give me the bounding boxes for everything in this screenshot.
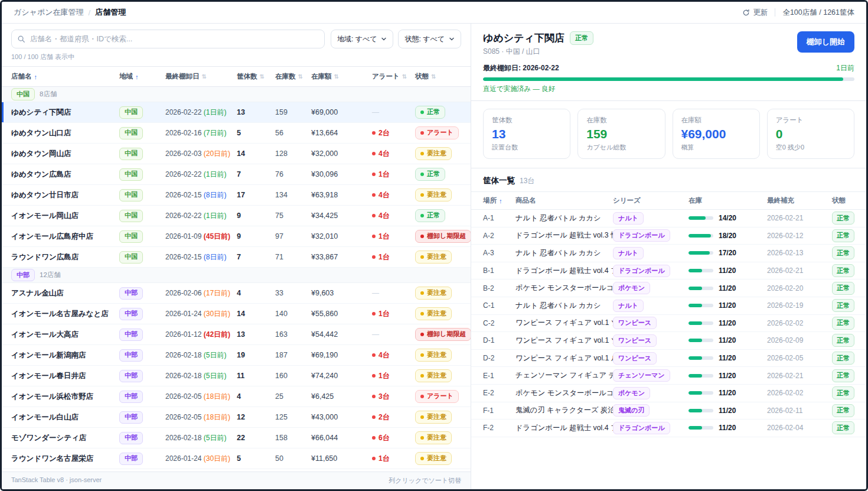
sort-toggle-icon: ⇅: [260, 73, 265, 80]
machine-row[interactable]: C-1ナルト 忍者バトル カカシナルト11/202026-02-19正常: [471, 297, 866, 315]
stock-label: 11/20: [719, 372, 736, 380]
machine-row[interactable]: D-2ワンピース フィギュア vol.1 ルフィワンピース11/202026-0…: [471, 350, 866, 368]
series-badge: ドラゴンボール: [613, 422, 670, 434]
store-stock-value-cell: ¥30,096: [311, 170, 372, 178]
store-stock-count-cell: 76: [275, 170, 311, 178]
store-last-inventory-cell: 2026-01-09 (45日前): [165, 232, 237, 241]
store-region-cell: 中国: [119, 188, 165, 201]
store-row[interactable]: モゾワンダーシティ店中部2026-02-18 (5日前)22158¥66,044…: [2, 428, 471, 448]
machine-row[interactable]: F-1鬼滅の刃 キャラクターズ 炭治郎鬼滅の刃11/202026-02-11正常: [471, 402, 866, 420]
store-row[interactable]: ゆめタウン広島店中国2026-02-22 (1日前)776¥30,0961台正常: [2, 164, 471, 185]
store-row[interactable]: ゆめタウン岡山店中国2026-02-03 (20日前)14128¥32,0004…: [2, 144, 471, 164]
store-column-header-1[interactable]: 地域↑: [119, 67, 165, 86]
machine-row[interactable]: E-1チェンソーマン フィギュア デンジチェンソーマン11/202026-02-…: [471, 367, 866, 385]
store-row[interactable]: ゆめタウン廿日市店中国2026-02-15 (8日前)17134¥63,9184…: [2, 185, 471, 206]
breadcrumb-root[interactable]: ガシャポン在庫管理: [14, 7, 84, 18]
store-row[interactable]: イオンモール新潟南店中部2026-02-18 (5日前)19187¥69,190…: [2, 345, 471, 366]
stock-bar-fill: [688, 339, 702, 342]
status-dot-icon: [420, 110, 424, 114]
machine-row[interactable]: A-3ナルト 忍者バトル カカシナルト17/202026-02-13正常: [471, 245, 866, 262]
store-row[interactable]: ゆめタウン山口店中国2026-02-16 (7日前)556¥13,6642台アラ…: [2, 123, 471, 144]
stock-bar: [688, 304, 713, 307]
status-label: 棚卸し期限超: [427, 330, 466, 339]
store-row[interactable]: イオンモール名古屋みなと店中部2026-01-24 (30日前)14140¥55…: [2, 304, 471, 324]
store-row[interactable]: イオンモール春日井店中部2026-02-18 (5日前)11160¥74,240…: [2, 366, 471, 386]
machine-row[interactable]: B-2ポケモン モンスターボールコレ...ポケモン11/202026-02-20…: [471, 279, 866, 297]
store-alert-cell: 6台: [372, 433, 415, 443]
machine-column-label: シリーズ: [613, 196, 641, 205]
machine-series-cell: ドラゴンボール: [613, 265, 688, 277]
status-dot-icon: [420, 436, 424, 440]
start-inventory-button[interactable]: 棚卸し開始: [797, 31, 854, 53]
machine-row[interactable]: A-2ドラゴンボール 超戦士 vol.3 悟空ドラゴンボール18/202026-…: [471, 227, 866, 245]
machine-column-header-3[interactable]: 在庫: [688, 192, 767, 209]
machine-series-cell: ナルト: [613, 300, 688, 312]
store-row[interactable]: ラウンドワン広島店中国2026-02-15 (8日前)771¥33,8671台要…: [2, 247, 471, 268]
status-filter-select[interactable]: 状態: すべて: [398, 30, 461, 48]
machine-column-header-4[interactable]: 最終補充: [767, 192, 832, 209]
stat-sub-label: 空0 残少0: [776, 143, 846, 152]
store-column-header-7[interactable]: 状態⇅: [415, 67, 461, 86]
main-content: 地域: すべて状態: すべて 100 / 100 店舗 表示中 店舗名↑地域↑最…: [2, 24, 866, 489]
store-row[interactable]: ゆめシティ下関店中国2026-02-22 (1日前)13159¥69,000—正…: [2, 102, 471, 123]
machine-status-badge: 正常: [832, 229, 854, 242]
store-column-header-5[interactable]: 在庫額⇅: [311, 67, 372, 86]
machine-location-cell: A-2: [483, 232, 515, 240]
stat-label: アラート: [776, 116, 846, 125]
machine-column-header-5[interactable]: 状態: [832, 192, 854, 209]
store-region-cell: 中国: [119, 168, 165, 180]
region-filter-label: 地域: すべて: [337, 34, 377, 44]
machine-column-header-0[interactable]: 場所↑: [483, 192, 515, 209]
inventory-date: 2026-02-15: [165, 253, 204, 261]
stock-bar-fill: [688, 251, 710, 255]
series-badge: ナルト: [613, 300, 644, 312]
store-last-inventory-cell: 2026-02-03 (20日前): [165, 149, 237, 158]
machine-status-badge: 正常: [832, 264, 854, 277]
store-row[interactable]: イオンモール大高店中部2026-01-12 (42日前)13163¥54,442…: [2, 324, 471, 345]
inventory-date: 2026-02-05: [165, 392, 204, 401]
status-badge: 正常: [415, 209, 445, 222]
region-filter-select[interactable]: 地域: すべて: [331, 30, 394, 48]
store-machine-count-cell: 9: [237, 232, 275, 240]
machine-product-cell: ナルト 忍者バトル カカシ: [515, 248, 613, 258]
store-column-header-2[interactable]: 最終棚卸日⇅: [165, 67, 237, 86]
store-column-header-6[interactable]: アラート⇅: [372, 67, 415, 86]
machine-row[interactable]: F-2ドラゴンボール 超戦士 vol.4 フリ...ドラゴンボール11/2020…: [471, 420, 866, 437]
machine-column-header-1[interactable]: 商品名: [515, 192, 613, 209]
store-row[interactable]: アスナル金山店中部2026-02-06 (17日前)433¥9,603—要注意: [2, 283, 471, 304]
machine-product-cell: ナルト 忍者バトル カカシ: [515, 301, 613, 311]
store-row[interactable]: イオンモール浜松市野店中部2026-02-05 (18日前)425¥6,4253…: [2, 386, 471, 407]
machine-series-cell: ワンピース: [613, 352, 688, 365]
status-dot-icon: [420, 193, 424, 197]
region-badge: 中国: [119, 127, 143, 139]
search-input[interactable]: [11, 30, 325, 48]
alert-dot-icon: [372, 312, 376, 316]
machine-stock-cell: 11/20: [688, 284, 767, 292]
machine-row[interactable]: D-1ワンピース フィギュア vol.1 ゾロワンピース11/202026-02…: [471, 332, 866, 350]
alert-dot-icon: [372, 374, 376, 378]
chevron-down-icon: [381, 36, 387, 42]
inventory-date: 2026-01-24: [165, 310, 204, 318]
machine-row[interactable]: A-1ナルト 忍者バトル カカシナルト14/202026-02-21正常: [471, 210, 866, 227]
store-stock-count-cell: 56: [275, 129, 311, 137]
store-alert-cell: 1台: [372, 371, 415, 381]
store-row[interactable]: イオンモール岡山店中国2026-02-22 (1日前)975¥34,4254台正…: [2, 206, 471, 226]
store-row[interactable]: イオンモール広島府中店中国2026-01-09 (45日前)997¥32,010…: [2, 226, 471, 247]
machine-refill-date-cell: 2026-02-12: [767, 232, 832, 240]
store-row[interactable]: ラウンドワン名古屋栄店中部2026-01-24 (30日前)550¥11,650…: [2, 448, 471, 469]
store-column-header-0[interactable]: 店舗名↑: [11, 67, 119, 86]
inventory-date: 2026-02-05: [165, 413, 204, 421]
machine-location-cell: A-3: [483, 249, 515, 257]
store-column-header-3[interactable]: 筐体数⇅: [237, 67, 275, 86]
machine-column-label: 場所: [483, 196, 497, 205]
machine-row[interactable]: C-2ワンピース フィギュア vol.1 ゾロワンピース11/202026-02…: [471, 315, 866, 333]
status-dot-icon: [420, 173, 424, 176]
store-name-cell: ゆめタウン広島店: [11, 170, 119, 180]
machine-row[interactable]: B-1ドラゴンボール 超戦士 vol.4 フリ...ドラゴンボール11/2020…: [471, 262, 866, 280]
machine-refill-date-cell: 2026-02-02: [767, 389, 832, 397]
refresh-button[interactable]: 更新: [742, 8, 768, 18]
store-row[interactable]: イオンモール白山店中部2026-02-05 (18日前)12125¥43,000…: [2, 407, 471, 428]
machine-row[interactable]: E-2ポケモン モンスターボールコレ...ポケモン11/202026-02-02…: [471, 385, 866, 402]
store-column-header-4[interactable]: 在庫数⇅: [275, 67, 311, 86]
machine-column-header-2[interactable]: シリーズ: [613, 192, 688, 209]
